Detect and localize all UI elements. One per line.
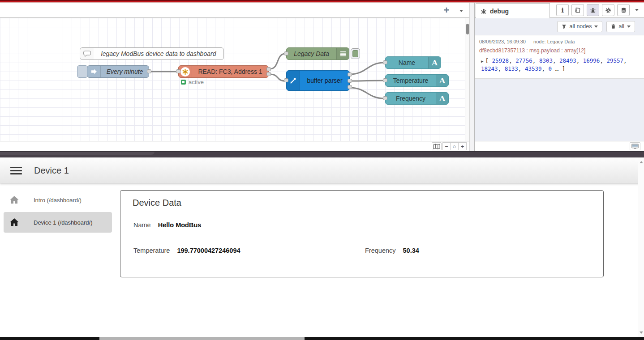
context-data-button[interactable]: [617, 4, 630, 16]
view-navigator-button[interactable]: [432, 142, 442, 150]
modbus-read-label: READ: FC3, Address 1: [192, 66, 268, 77]
parser-input-port[interactable]: [284, 78, 288, 82]
inject-node[interactable]: Every minute: [87, 65, 149, 78]
modbus-input-port[interactable]: [176, 69, 180, 73]
card-title: Device Data: [133, 198, 181, 208]
info-icon: i: [561, 6, 564, 14]
monitor-icon: [631, 144, 639, 149]
wire-parser-to-name[interactable]: [350, 63, 384, 74]
home-icon: [9, 217, 20, 228]
sidebar-splitter[interactable]: [469, 3, 475, 151]
inject-node-label: Every minute: [101, 66, 149, 77]
inject-trigger-button[interactable]: [77, 65, 88, 78]
zoom-reset-button[interactable]: ○: [451, 142, 459, 150]
debug-toggle-indicator: [352, 50, 358, 57]
wire-read-to-parser[interactable]: [270, 74, 285, 81]
trash-icon: [611, 24, 616, 29]
comment-node[interactable]: legacy ModBus device data to dashboard: [80, 47, 224, 60]
ui-frequency-input-port[interactable]: [383, 96, 387, 100]
nav-item-label: Intro (/dashboard/): [34, 197, 82, 204]
debug-node[interactable]: Legacy Data: [286, 47, 349, 60]
clear-messages-button[interactable]: all: [606, 21, 635, 32]
parser-output-port-3[interactable]: [348, 85, 352, 89]
chevron-down-icon: [627, 26, 631, 28]
filter-nodes-button[interactable]: all nodes: [557, 21, 602, 32]
field-value: 50.34: [403, 247, 419, 254]
flow-list-caret-button[interactable]: [457, 7, 466, 14]
field-label: Name: [133, 221, 151, 229]
wire-parser-to-frequency[interactable]: [350, 88, 384, 98]
parser-output-port-1[interactable]: [348, 72, 352, 76]
ui-name-input-port[interactable]: [383, 60, 387, 64]
debug-filter-row: all nodes all: [475, 18, 644, 35]
debug-tab-button[interactable]: [587, 4, 599, 16]
device-data-card: Device Data NameHello ModBus Temperature…: [120, 190, 604, 277]
add-flow-button[interactable]: +: [441, 4, 452, 16]
parser-output-port-2[interactable]: [348, 79, 352, 83]
debug-message[interactable]: 08/09/2023, 16:09:30 node: Legacy Data d…: [475, 35, 644, 79]
scrollbar-thumb[interactable]: [466, 24, 469, 34]
text-widget-icon: A: [436, 93, 448, 104]
debug-enable-toggle[interactable]: [351, 48, 360, 59]
modbus-read-node[interactable]: READ: FC3, Address 1: [178, 65, 269, 78]
field-value: 199.77000427246094: [177, 247, 240, 254]
ui-text-node-frequency[interactable]: Frequency A: [385, 92, 449, 105]
ui-text-node-temperature[interactable]: Temperature A: [385, 74, 449, 87]
expand-caret-icon[interactable]: ▶: [481, 59, 483, 64]
dash-nav-item[interactable]: Intro (/dashboard/): [4, 190, 112, 210]
dash-nav-item[interactable]: Device 1 (/dashboard/): [4, 212, 112, 233]
config-nodes-button[interactable]: [602, 4, 614, 16]
canvas-vertical-scrollbar[interactable]: [465, 18, 469, 141]
bug-icon: [590, 7, 596, 13]
inject-arrow-icon: [87, 66, 101, 77]
modbus-output-port-2[interactable]: [266, 72, 271, 76]
debug-sidebar: debug i: [475, 3, 644, 151]
sidebar-toolbar: i: [556, 4, 641, 16]
sidebar-footer: [475, 141, 644, 151]
wire-parser-to-temperature[interactable]: [350, 81, 384, 81]
text-widget-icon: A: [428, 57, 441, 68]
dashboard-scrollbar[interactable]: [638, 157, 644, 337]
field-label: Frequency: [365, 247, 396, 254]
sidebar-menu-caret[interactable]: [632, 7, 641, 14]
field-frequency: Frequency50.34: [365, 247, 419, 254]
help-tab-button[interactable]: [571, 4, 584, 16]
debug-message-payload: ▶[ 25928, 27756, 8303, 28493, 16996, 295…: [479, 57, 640, 73]
chevron-down-icon: [594, 26, 598, 28]
tab-debug-label: debug: [490, 8, 509, 15]
ui-text-node-name[interactable]: Name A: [385, 56, 441, 69]
wire-read-to-debug[interactable]: [270, 54, 285, 69]
ui-temperature-input-port[interactable]: [383, 78, 387, 82]
zoom-out-button[interactable]: −: [442, 142, 451, 150]
canvas-footer: − ○ +: [0, 141, 469, 151]
status-square-icon: [181, 80, 186, 85]
tab-debug[interactable]: debug: [476, 3, 550, 18]
info-tab-button[interactable]: i: [556, 4, 569, 16]
scroll-up-button[interactable]: [638, 159, 644, 165]
modbus-icon: [179, 66, 192, 77]
screen: + legacy ModBus device data to d: [0, 0, 644, 340]
modbus-node-status: active: [181, 79, 204, 85]
taskbar-segment: [99, 337, 305, 340]
menu-toggle-button[interactable]: [10, 167, 22, 174]
zoom-in-button[interactable]: +: [459, 142, 467, 150]
debug-message-path: df8ecbd817357113 : msg.payload : array[1…: [479, 47, 640, 54]
scroll-down-button[interactable]: [638, 329, 644, 336]
debug-input-port[interactable]: [284, 51, 288, 55]
dashboard-header: Device 1: [0, 157, 644, 183]
field-label: Temperature: [133, 247, 170, 254]
chevron-down-icon: [635, 9, 639, 11]
comment-label: legacy ModBus device data to dashboard: [94, 48, 223, 60]
modbus-output-port-1[interactable]: [266, 67, 271, 71]
dashboard-window: Device 1 Intro (/dashboard/) Device 1 (/…: [0, 157, 644, 337]
field-temperature: Temperature199.77000427246094: [133, 247, 240, 254]
dashboard-nav: Intro (/dashboard/) Device 1 (/dashboard…: [0, 183, 116, 337]
ui-temperature-label: Temperature: [386, 75, 436, 86]
debug-timestamp: 08/09/2023, 16:09:30: [479, 39, 526, 44]
open-in-window-button[interactable]: [630, 142, 640, 150]
inject-output-port[interactable]: [147, 69, 151, 73]
buffer-parser-node[interactable]: buffer parser: [286, 70, 350, 91]
ui-frequency-label: Frequency: [386, 93, 436, 104]
ui-name-label: Name: [386, 57, 428, 68]
flow-canvas[interactable]: legacy ModBus device data to dashboard E…: [0, 18, 465, 141]
